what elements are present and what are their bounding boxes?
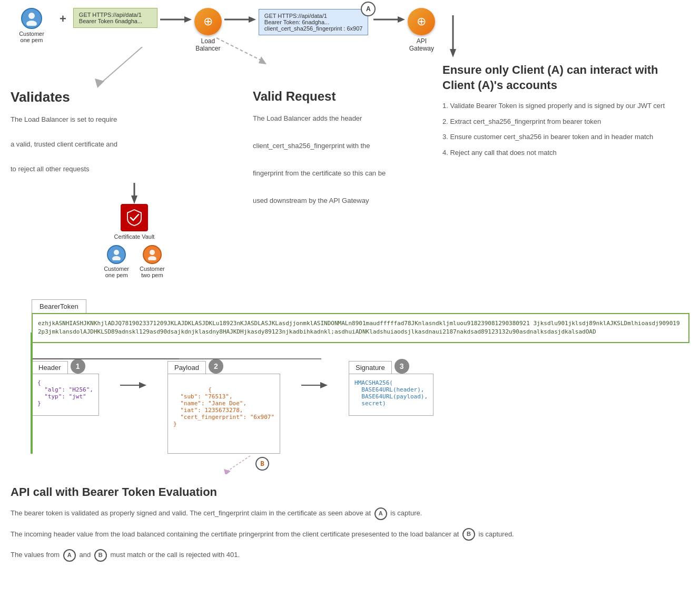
plus-sign: + — [60, 12, 66, 26]
response-line2: Bearer Token: 6nadgha... — [264, 19, 363, 25]
svg-point-0 — [28, 13, 35, 19]
valid-request-text: The Load Balancer adds the header client… — [253, 112, 421, 208]
cert-vault-label: Certificate Vault — [114, 233, 155, 240]
para2-end: is captured. — [479, 530, 514, 538]
validates-line1: The Load Balancer is set to require — [11, 113, 232, 125]
ensure-step-3: 3. Ensure customer cert_sha256 in bearer… — [442, 132, 689, 142]
customer2-cert: Customer two pem — [140, 245, 165, 278]
valid-request-panel: Valid Request The Load Balancer adds the… — [242, 57, 421, 278]
payload-to-sig-arrow — [301, 380, 328, 392]
badge-b-container: B — [221, 453, 269, 474]
para3-start: The values from — [11, 551, 60, 559]
svg-marker-13 — [131, 196, 137, 204]
customer-icon-left — [21, 8, 42, 29]
api-gateway-icon: ⊕ — [408, 8, 435, 35]
cert-vault-icon — [121, 204, 148, 231]
cert-vault-svg — [126, 208, 143, 227]
svg-line-25 — [226, 456, 250, 472]
customer1-cert-icon — [107, 245, 126, 264]
arrow2-right — [224, 14, 256, 25]
eval-para3: The values from A and B must match or th… — [11, 549, 689, 562]
svg-point-17 — [148, 256, 156, 260]
arrow3-right — [373, 14, 405, 25]
svg-marker-3 — [184, 16, 192, 23]
para1-badge-a: A — [374, 507, 387, 520]
para3-and: and — [79, 551, 91, 559]
api-eval-title: API call with Bearer Token Evaluation — [11, 485, 689, 499]
response-box: GET HTTPS://api/data/1 Bearer Token: 6na… — [259, 9, 369, 35]
customer-label-left: Customer one pem — [19, 31, 44, 43]
para3-badge-a: A — [63, 549, 76, 562]
validates-line3: to reject all other requests — [11, 163, 232, 175]
payload-content: { "sub": "76513", "name": "Jane Doe", "i… — [167, 374, 280, 454]
ensure-title-text: Ensure only Client (A) can interact with… — [442, 63, 658, 92]
jwt-token-box: ezhjkASNHIASHJKNKhjlADJQ7819023371209JKL… — [32, 313, 689, 343]
customer2-cert-icon — [143, 245, 162, 264]
para1-end: is capture. — [390, 509, 422, 517]
vr-line3: fingerprint from the certificate so this… — [253, 167, 421, 180]
para2-start: The incoming header value from the load … — [11, 530, 459, 538]
customer1-cert-label: Customer one pem — [104, 266, 129, 278]
bearer-token-tab[interactable]: BearerToken — [32, 299, 86, 313]
load-balancer-node: ⊕ Load Balancer — [194, 8, 222, 52]
valid-request-title: Valid Request — [253, 89, 421, 104]
payload-text: { "sub": "76513", "name": "Jane Doe", "i… — [173, 386, 274, 427]
cert-vault-container: Certificate Vault — [114, 204, 155, 240]
request-line2: Bearer Token 6nadgha... — [79, 18, 152, 24]
svg-marker-9 — [398, 16, 405, 23]
svg-point-15 — [112, 256, 121, 260]
ensure-step-1: 1. Validate Bearer Token is signed prope… — [442, 101, 689, 111]
response-line3: client_cert_sha256_fingerprint : 6x907 — [264, 25, 363, 32]
svg-marker-11 — [95, 79, 104, 88]
ensure-title: Ensure only Client (A) can interact with… — [442, 63, 689, 93]
arrow-down-1 — [129, 183, 140, 204]
bearer-token-container: BearerToken ezhjkASNHIASHJKNKhjlADJQ7819… — [32, 299, 689, 343]
api-gateway-label: API Gateway — [409, 37, 434, 52]
para1-start: The bearer token is validated as properl… — [11, 509, 371, 517]
header-to-payload-arrow — [120, 380, 146, 392]
para3-end: must match or the call is rejected with … — [110, 551, 240, 559]
validates-line2: a valid, trusted client certificate and — [11, 138, 232, 150]
badge-b: B — [255, 457, 269, 471]
validates-title: Validates — [11, 89, 232, 105]
b-arrow — [221, 453, 253, 474]
para2-badge-b: B — [462, 528, 475, 541]
svg-point-16 — [150, 250, 155, 255]
svg-point-14 — [114, 250, 119, 255]
vr-line4: used downstream by the API Gateway — [253, 194, 421, 208]
connector-lines — [32, 343, 668, 375]
request-box: GET HTTPS://api/data/1 Bearer Token 6nad… — [73, 8, 157, 28]
vr-line1: The Load Balancer adds the header — [253, 112, 421, 125]
customers-row: Customer one pem Customer two pem — [104, 245, 164, 278]
cust2-svg — [146, 249, 158, 260]
api-gw-arrow-down — [448, 15, 458, 57]
eval-para1: The bearer token is validated as properl… — [11, 507, 689, 520]
svg-marker-19 — [450, 49, 456, 57]
ensure-panel: Ensure only Client (A) can interact with… — [432, 57, 689, 278]
header-content: { "alg": "H256", "typ": "jwt" } — [32, 374, 99, 416]
bottom-section: API call with Bearer Token Evaluation Th… — [0, 475, 700, 580]
para3-badge-b: B — [94, 549, 107, 562]
signature-content: HMACSHA256( BASE64URL(header), BASE64URL… — [349, 374, 433, 416]
svg-marker-5 — [249, 16, 256, 23]
left-panel: Validates The Load Balancer is set to re… — [11, 57, 232, 278]
vr-line2: client_cert_sha256_fingerprint with the — [253, 139, 421, 153]
jwt-token-text: ezhjkASNHIASHJKNKhjlADJQ7819023371209JKL… — [38, 320, 680, 336]
ensure-step-2: 2. Extract cert_sha256_fingerprint from … — [442, 116, 689, 127]
customer1-cert: Customer one pem — [104, 245, 129, 278]
svg-point-1 — [26, 21, 37, 26]
ensure-step-4: 4. Reject any call that does not match — [442, 148, 689, 158]
ensure-steps-list: 1. Validate Bearer Token is signed prope… — [442, 101, 689, 158]
request-line1: GET HTTPS://api/data/1 — [79, 12, 152, 18]
svg-marker-26 — [224, 469, 231, 474]
validates-text: The Load Balancer is set to require a va… — [11, 113, 232, 175]
top-flow-section: Customer one pem + GET HTTPS://api/data/… — [0, 0, 700, 52]
middle-section: Validates The Load Balancer is set to re… — [0, 57, 700, 278]
svg-marker-28 — [320, 382, 328, 388]
customer-node-left: Customer one pem — [11, 8, 53, 43]
load-balancer-icon: ⊕ — [194, 8, 222, 35]
customer2-cert-label: Customer two pem — [140, 266, 165, 278]
arrow1-right — [160, 14, 192, 25]
svg-line-10 — [100, 47, 142, 84]
load-balancer-label: Load Balancer — [195, 37, 220, 52]
